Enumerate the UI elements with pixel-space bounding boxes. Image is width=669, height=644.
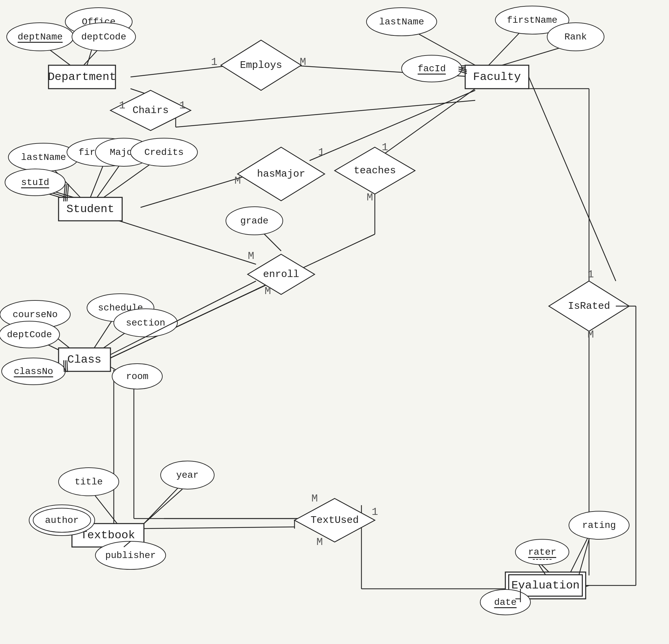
card-enroll-class: M [265, 285, 271, 297]
svg-line-68 [144, 527, 295, 529]
card-employs-m: M [300, 56, 306, 68]
card-teaches-1: 1 [382, 141, 388, 154]
entity-student-label: Student [67, 203, 114, 215]
rel-teaches-label: teaches [354, 165, 396, 176]
attr-author-label: author [45, 515, 79, 526]
attr-year-label: year [176, 470, 198, 481]
card-textused-eval: M [316, 536, 323, 548]
card-israted-m: M [587, 329, 594, 341]
svg-line-20 [104, 164, 151, 197]
svg-line-15 [90, 164, 104, 197]
svg-line-53 [569, 535, 589, 575]
attr-section-label: section [126, 318, 165, 328]
attr-rank-label: Rank [564, 32, 587, 42]
card-textused-class: M [311, 492, 317, 505]
attr-date-label: date [494, 597, 516, 607]
attr-facid-label: facId [418, 63, 446, 74]
attr-title-label: title [75, 477, 103, 487]
card-enroll-student: M [248, 250, 254, 262]
attr-credits-label: Credits [144, 147, 184, 158]
svg-line-23 [310, 90, 475, 161]
attr-publisher-label: publisher [105, 550, 156, 561]
rel-chairs-label: Chairs [132, 105, 169, 116]
entity-class-label: Class [67, 353, 101, 366]
svg-line-6 [489, 30, 522, 65]
attr-rating-label: rating [582, 520, 616, 531]
svg-line-19 [97, 164, 120, 197]
attr-room-label: room [126, 371, 148, 382]
card-hasmajor-m: M [234, 175, 241, 187]
svg-line-24 [375, 89, 475, 161]
card-textused-1: 1 [371, 506, 378, 518]
rel-employs-label: Employs [240, 59, 282, 71]
attr-rater-label: rater [528, 547, 556, 557]
attr-stuid-label: stuId [21, 177, 49, 188]
svg-line-46 [144, 485, 181, 524]
card-teaches-m: M [367, 191, 373, 204]
attr-deptcode-dept-label: deptCode [81, 32, 126, 42]
rel-textused-label: TextUsed [311, 515, 359, 526]
attr-faculty-firstname-label: firstName [507, 15, 557, 25]
rel-enroll-label: enroll [263, 269, 299, 280]
svg-line-34 [92, 318, 114, 351]
card-chairs-fac: 1 [179, 99, 185, 112]
attr-grade-label: grade [240, 216, 268, 226]
entity-department-label: Department [48, 71, 116, 83]
attr-class-deptcode-label: deptCode [7, 330, 52, 340]
svg-line-13 [176, 100, 475, 127]
card-hasmajor-1: 1 [318, 146, 324, 159]
svg-line-77 [529, 77, 616, 281]
attr-courseno-label: courseNo [13, 310, 58, 320]
attr-faculty-lastname-label: lastName [379, 17, 424, 27]
rel-hasmajor-label: hasMajor [257, 168, 305, 180]
attr-classno-label: classNo [14, 366, 53, 377]
entity-faculty-label: Faculty [473, 71, 521, 83]
entity-textbook-label: Textbook [80, 529, 135, 542]
card-employs-1: 1 [211, 56, 217, 68]
card-chairs-dept: 1 [119, 99, 125, 112]
attr-student-lastname-label: lastName [21, 152, 66, 162]
entity-evaluation-label: Evaluation [511, 579, 580, 592]
rel-israted-label: IsRated [568, 300, 610, 312]
card-israted-1: 1 [587, 268, 594, 281]
attr-deptname-label: deptName [18, 32, 62, 42]
